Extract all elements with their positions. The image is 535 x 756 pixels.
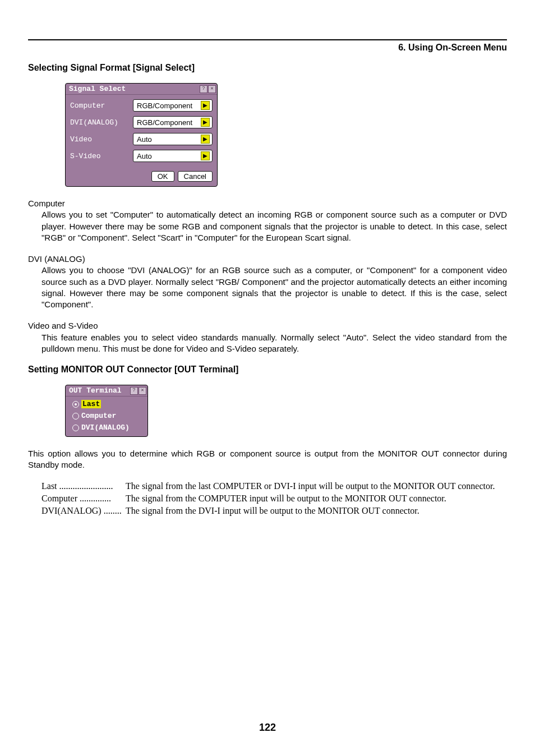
dialog-title: Signal Select — [69, 85, 126, 93]
radio-label: Last — [81, 400, 101, 408]
radio-option-dvi[interactable]: DVI(ANALOG) — [72, 423, 143, 432]
definition-body: This feature enables you to select video… — [28, 332, 507, 355]
radio-label: Computer — [81, 412, 116, 420]
header-rule — [28, 39, 507, 40]
def-desc: The signal from the last COMPUTER or DVI… — [126, 481, 495, 491]
paragraph-video: Video and S-Video This feature enables y… — [28, 320, 507, 354]
def-desc: The signal from the COMPUTER input will … — [126, 494, 446, 504]
term: Computer — [28, 198, 507, 209]
select-dvi[interactable]: RGB/Component ▶ — [133, 116, 213, 128]
radio-icon — [72, 425, 79, 431]
select-value: RGB/Component — [137, 118, 192, 127]
out-terminal-heading: Setting MONITOR OUT Connector [OUT Termi… — [28, 365, 507, 375]
dialog-titlebar: OUT Terminal ? ✕ — [66, 385, 147, 397]
dialog-title: OUT Terminal — [69, 386, 122, 395]
def-desc: The signal from the DVI-I input will be … — [126, 506, 419, 516]
row-label-dvi: DVI(ANALOG) — [70, 118, 133, 127]
def-row-dvi: DVI(ANALOG) ........ The signal from the… — [41, 506, 507, 516]
def-row-last: Last ........................ The signal… — [41, 481, 507, 491]
select-video[interactable]: Auto ▶ — [133, 133, 213, 145]
section-header: 6. Using On-Screen Menu — [28, 43, 507, 53]
out-terminal-dialog: OUT Terminal ? ✕ Last Computer DVI(ANALO… — [65, 385, 148, 437]
select-computer[interactable]: RGB/Component ▶ — [133, 99, 213, 112]
radio-icon — [72, 413, 79, 420]
close-icon[interactable]: ✕ — [208, 85, 216, 93]
radio-icon — [72, 401, 79, 408]
chevron-right-icon: ▶ — [201, 135, 210, 144]
cancel-button[interactable]: Cancel — [178, 171, 213, 182]
document-page: 6. Using On-Screen Menu Selecting Signal… — [0, 0, 535, 756]
row-label-svideo: S-Video — [70, 152, 133, 160]
definition-body: Allows you to choose "DVI (ANALOG)" for … — [28, 265, 507, 310]
select-svideo[interactable]: Auto ▶ — [133, 150, 213, 162]
select-value: Auto — [137, 135, 152, 144]
chevron-right-icon: ▶ — [201, 151, 210, 160]
close-icon[interactable]: ✕ — [139, 387, 146, 395]
ok-button[interactable]: OK — [151, 171, 174, 182]
page-number: 122 — [0, 722, 535, 734]
definition-list: Last ........................ The signal… — [28, 481, 507, 516]
radio-option-last[interactable]: Last — [72, 400, 143, 408]
signal-select-dialog: Signal Select ? ✕ Computer RGB/Component… — [65, 83, 218, 187]
chevron-right-icon: ▶ — [201, 118, 210, 127]
chevron-right-icon: ▶ — [201, 101, 210, 110]
select-value: Auto — [137, 152, 152, 160]
def-term: Last ........................ — [41, 481, 126, 491]
definition-body: Allows you to set "Computer" to automati… — [28, 209, 507, 243]
def-term: DVI(ANALOG) ........ — [41, 506, 126, 516]
radio-option-computer[interactable]: Computer — [72, 412, 143, 420]
dialog-titlebar: Signal Select ? ✕ — [66, 84, 217, 95]
row-label-computer: Computer — [70, 102, 133, 110]
paragraph-out-intro: This option allows you to determine whic… — [28, 448, 507, 471]
signal-select-heading: Selecting Signal Format [Signal Select] — [28, 63, 507, 73]
term: DVI (ANALOG) — [28, 253, 507, 265]
paragraph-computer: Computer Allows you to set "Computer" to… — [28, 198, 507, 243]
def-term: Computer .............. — [41, 494, 126, 504]
term: Video and S-Video — [28, 320, 507, 331]
row-label-video: Video — [70, 135, 133, 144]
select-value: RGB/Component — [137, 102, 192, 110]
radio-label: DVI(ANALOG) — [81, 423, 130, 432]
help-icon[interactable]: ? — [200, 85, 207, 93]
def-row-computer: Computer .............. The signal from … — [41, 494, 507, 504]
help-icon[interactable]: ? — [130, 387, 138, 395]
paragraph-dvi: DVI (ANALOG) Allows you to choose "DVI (… — [28, 253, 507, 310]
